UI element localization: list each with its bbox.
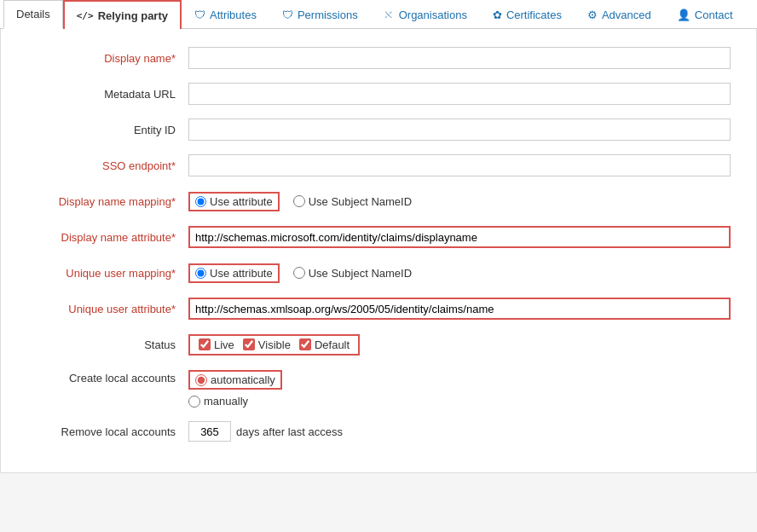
display-name-label: Display name*	[18, 52, 188, 65]
unique-user-mapping-group: Use attribute Use Subject NameID	[188, 263, 412, 283]
status-label: Status	[18, 338, 188, 351]
unique-user-mapping-attr-label[interactable]: Use attribute	[210, 267, 273, 280]
tab-contact-label: Contact	[695, 9, 733, 21]
display-name-mapping-row: Display name mapping* Use attribute Use …	[18, 189, 731, 213]
status-visible-label[interactable]: Visible	[258, 338, 291, 351]
create-local-accounts-row: Create local accounts automatically manu…	[18, 368, 731, 408]
create-local-auto-container: automatically	[188, 370, 282, 390]
form-content: Display name* Metadata URL Entity ID SSO…	[0, 29, 757, 473]
remove-local-accounts-group: days after last access	[188, 421, 343, 442]
create-local-accounts-label: Create local accounts	[18, 370, 188, 385]
status-default-label[interactable]: Default	[315, 338, 350, 351]
remove-days-suffix: days after last access	[236, 425, 343, 438]
unique-user-mapping-attr-radio[interactable]	[195, 268, 206, 279]
tab-relying-party[interactable]: </> Relying party	[63, 0, 182, 29]
status-default-checkbox[interactable]	[299, 338, 311, 350]
remove-local-accounts-row: Remove local accounts days after last ac…	[18, 419, 731, 443]
display-name-mapping-attr-label[interactable]: Use attribute	[210, 195, 273, 208]
metadata-url-input[interactable]	[188, 83, 731, 105]
status-live-option: Live	[199, 338, 234, 351]
attributes-icon: 🛡	[194, 9, 205, 21]
status-default-option: Default	[299, 338, 350, 351]
unique-user-mapping-nameid-option: Use Subject NameID	[293, 267, 412, 280]
status-live-checkbox[interactable]	[199, 338, 211, 350]
display-name-input[interactable]	[188, 47, 731, 69]
status-live-label[interactable]: Live	[214, 338, 234, 351]
sso-endpoint-row: SSO endpoint*	[18, 153, 731, 177]
display-name-mapping-nameid-radio[interactable]	[293, 195, 305, 207]
entity-id-input[interactable]	[188, 119, 731, 141]
unique-user-mapping-label: Unique user mapping*	[18, 267, 188, 280]
create-local-auto-option: automatically	[188, 370, 282, 390]
contact-icon: 👤	[677, 9, 691, 21]
metadata-url-label: Metadata URL	[18, 88, 188, 101]
status-checkbox-group: Live Visible Default	[188, 334, 360, 356]
tab-details[interactable]: Details	[3, 0, 63, 29]
display-name-row: Display name*	[18, 46, 731, 70]
tab-contact[interactable]: 👤 Contact	[664, 0, 746, 28]
display-name-mapping-label: Display name mapping*	[18, 195, 188, 208]
tab-attributes-label: Attributes	[210, 9, 257, 21]
tab-advanced-label: Advanced	[602, 9, 651, 21]
display-name-mapping-use-attr-container: Use attribute	[188, 192, 280, 211]
create-local-auto-radio[interactable]	[195, 374, 207, 386]
create-local-manual-label[interactable]: manually	[204, 395, 248, 408]
display-name-mapping-nameid-label[interactable]: Use Subject NameID	[309, 195, 412, 208]
unique-user-mapping-use-attr-container: Use attribute	[188, 263, 280, 283]
unique-user-attribute-input[interactable]	[188, 298, 731, 320]
display-name-mapping-nameid-option: Use Subject NameID	[293, 195, 412, 208]
tab-certificates[interactable]: ✿ Certificates	[480, 0, 575, 28]
status-visible-option: Visible	[243, 338, 291, 351]
create-local-auto-label[interactable]: automatically	[211, 373, 275, 386]
create-local-accounts-group: automatically manually	[188, 370, 282, 408]
tab-bar: Details </> Relying party 🛡 Attributes 🛡…	[0, 0, 757, 29]
permissions-icon: 🛡	[282, 9, 293, 21]
unique-user-attribute-row: Unique user attribute*	[18, 297, 731, 321]
entity-id-row: Entity ID	[18, 118, 731, 142]
tab-certificates-label: Certificates	[506, 9, 562, 21]
tab-organisations-label: Organisations	[399, 9, 467, 21]
display-name-mapping-group: Use attribute Use Subject NameID	[188, 192, 412, 211]
unique-user-mapping-nameid-radio[interactable]	[293, 267, 305, 279]
metadata-url-row: Metadata URL	[18, 82, 731, 106]
display-name-attribute-input[interactable]	[188, 226, 731, 248]
sso-endpoint-input[interactable]	[188, 154, 731, 176]
display-name-attribute-row: Display name attribute*	[18, 225, 731, 249]
create-local-manual-radio[interactable]	[188, 396, 200, 408]
tab-organisations[interactable]: ⛌ Organisations	[371, 0, 480, 28]
tab-relying-party-label: Relying party	[98, 9, 168, 22]
status-visible-checkbox[interactable]	[243, 338, 255, 350]
advanced-icon: ⚙	[587, 9, 598, 21]
remove-local-accounts-label: Remove local accounts	[18, 425, 188, 438]
remove-days-input[interactable]	[188, 421, 231, 442]
unique-user-attribute-label: Unique user attribute*	[18, 303, 188, 315]
unique-user-mapping-nameid-label[interactable]: Use Subject NameID	[309, 267, 412, 280]
entity-id-label: Entity ID	[18, 124, 188, 136]
certificates-icon: ✿	[493, 9, 502, 21]
unique-user-mapping-row: Unique user mapping* Use attribute Use S…	[18, 261, 731, 285]
display-name-mapping-attr-radio[interactable]	[195, 196, 206, 207]
tab-attributes[interactable]: 🛡 Attributes	[182, 0, 269, 28]
display-name-attribute-label: Display name attribute*	[18, 231, 188, 244]
tab-permissions-label: Permissions	[298, 9, 358, 21]
sso-endpoint-label: SSO endpoint*	[18, 159, 188, 172]
status-row: Status Live Visible Default	[18, 332, 731, 356]
organisations-icon: ⛌	[384, 9, 395, 21]
create-local-manual-option: manually	[188, 395, 282, 408]
tab-permissions[interactable]: 🛡 Permissions	[269, 0, 371, 28]
tab-advanced[interactable]: ⚙ Advanced	[575, 0, 664, 28]
tab-details-label: Details	[16, 8, 50, 20]
relying-party-icon: </>	[77, 10, 94, 21]
